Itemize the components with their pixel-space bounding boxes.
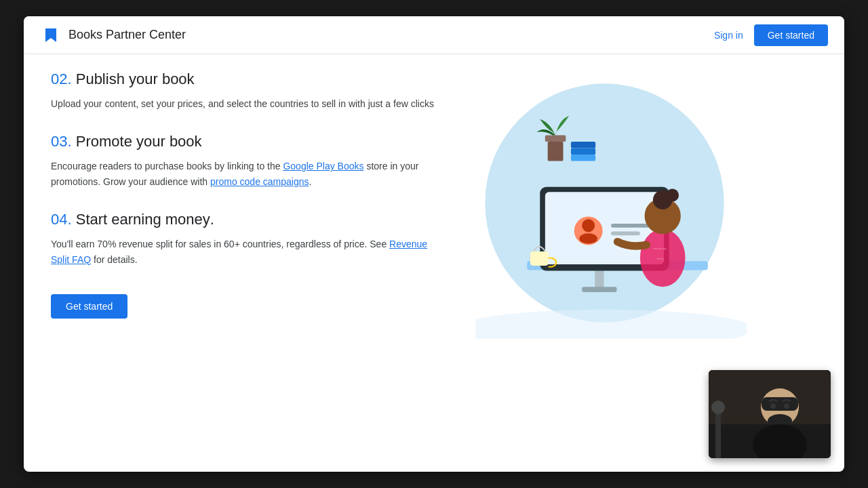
step-4-title: Start earning money — [76, 211, 210, 228]
svg-rect-19 — [545, 136, 565, 142]
get-started-nav-button[interactable]: Get started — [754, 24, 828, 46]
svg-text:~~~: ~~~ — [652, 245, 666, 253]
svg-point-28 — [711, 401, 725, 414]
step-3: 03. Promote your book Encourage readers … — [51, 133, 448, 189]
right-column: ~~~ ~~ — [475, 54, 845, 472]
step-3-description: Encourage readers to purchase books by l… — [51, 159, 448, 189]
step-4-number: 04. — [51, 211, 72, 228]
play-books-logo-icon — [40, 24, 62, 46]
svg-rect-10 — [611, 224, 650, 228]
svg-marker-0 — [45, 28, 56, 42]
svg-text:~~: ~~ — [656, 255, 664, 262]
step-3-text-prefix: Encourage readers to purchase books by l… — [51, 161, 283, 171]
get-started-button[interactable]: Get started — [51, 294, 127, 319]
navbar: Books Partner Center Sign in Get started — [24, 16, 844, 54]
sign-in-link[interactable]: Sign in — [714, 30, 743, 41]
webcam-person-svg — [709, 370, 831, 458]
step-4-heading: 04. Start earning money. — [51, 211, 448, 228]
svg-rect-3 — [595, 270, 604, 290]
svg-point-34 — [784, 403, 789, 409]
step-4-description: You'll earn 70% revenue split for sales … — [51, 237, 448, 267]
svg-point-9 — [579, 233, 597, 243]
step-2-description: Upload your content, set your prices, an… — [51, 96, 448, 111]
svg-point-24 — [475, 310, 747, 339]
illustration: ~~~ ~~ — [475, 54, 747, 339]
nav-title: Books Partner Center — [68, 28, 186, 42]
browser-window: Books Partner Center Sign in Get started… — [24, 16, 844, 472]
svg-rect-20 — [547, 142, 563, 161]
step-3-number: 03. — [51, 133, 72, 150]
nav-left: Books Partner Center — [40, 24, 186, 46]
step-2: 02. Publish your book Upload your conten… — [51, 70, 448, 111]
svg-rect-11 — [611, 231, 640, 235]
step-2-title: Publish your book — [76, 70, 195, 87]
webcam-inner — [709, 370, 831, 458]
step-2-number: 02. — [51, 70, 72, 87]
nav-right: Sign in Get started — [714, 24, 828, 46]
google-play-books-link[interactable]: Google Play Books — [283, 161, 363, 171]
step-3-title: Promote your book — [76, 133, 202, 150]
step-4: 04. Start earning money. You'll earn 70%… — [51, 211, 448, 267]
step-3-heading: 03. Promote your book — [51, 133, 448, 150]
svg-point-16 — [665, 189, 678, 202]
step-4-text-suffix: for details. — [91, 254, 137, 265]
svg-rect-22 — [570, 148, 595, 155]
svg-rect-21 — [570, 142, 595, 148]
main-content: 02. Publish your book Upload your conten… — [24, 54, 844, 472]
promo-code-campaigns-link[interactable]: promo code campaigns — [210, 176, 309, 187]
svg-rect-4 — [582, 287, 616, 292]
svg-point-8 — [582, 219, 595, 232]
svg-rect-12 — [530, 251, 548, 266]
webcam-overlay — [709, 370, 831, 458]
svg-rect-27 — [715, 411, 721, 458]
step-3-text-suffix: . — [309, 176, 312, 187]
left-column: 02. Publish your book Upload your conten… — [24, 54, 475, 472]
step-4-text-prefix: You'll earn 70% revenue split for sales … — [51, 239, 389, 249]
svg-rect-23 — [570, 155, 595, 161]
step-2-heading: 02. Publish your book — [51, 70, 448, 88]
step-4-title-suffix: . — [210, 211, 214, 228]
svg-point-33 — [770, 403, 776, 409]
svg-rect-30 — [762, 397, 798, 411]
